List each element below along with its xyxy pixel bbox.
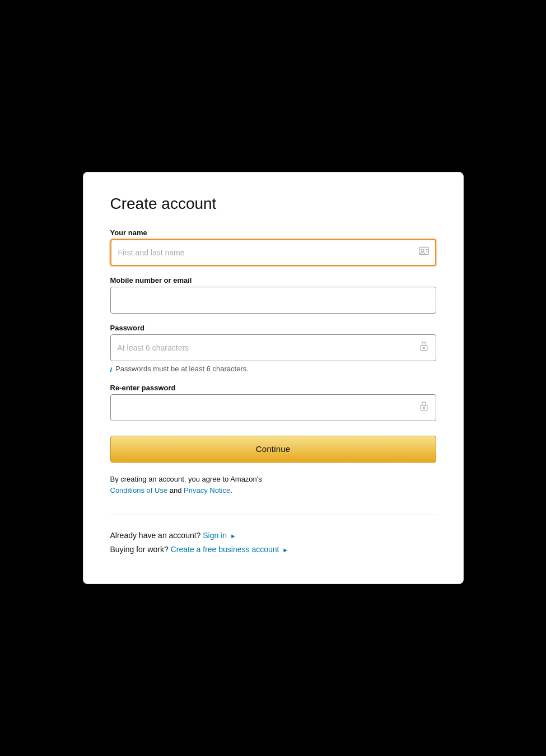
- terms-and: and: [167, 486, 184, 494]
- business-line: Buying for work? Create a free business …: [110, 543, 436, 557]
- password-field-group: Password i Passwords must be at least 6 …: [110, 324, 436, 374]
- reenter-password-field-group: Re-enter password: [110, 384, 436, 421]
- signin-link[interactable]: Sign in ►: [203, 531, 236, 540]
- terms-text: By creating an account, you agree to Ama…: [110, 474, 436, 497]
- section-divider: [110, 515, 436, 515]
- signin-prefix: Already have an account?: [110, 531, 201, 540]
- password-input-wrapper: [110, 334, 436, 361]
- continue-button[interactable]: Continue: [110, 436, 436, 463]
- reenter-password-label: Re-enter password: [110, 384, 436, 392]
- reenter-password-input[interactable]: [110, 394, 436, 421]
- business-prefix: Buying for work?: [110, 545, 169, 554]
- signin-line: Already have an account? Sign in ►: [110, 529, 436, 543]
- name-field-group: Your name: [110, 228, 436, 266]
- email-input[interactable]: [110, 287, 436, 314]
- terms-prefix: By creating an account, you agree to Ama…: [110, 475, 262, 483]
- info-icon: i: [110, 365, 113, 374]
- footer-links: Already have an account? Sign in ► Buyin…: [110, 529, 436, 557]
- terms-suffix: .: [230, 486, 232, 494]
- password-label: Password: [110, 324, 436, 332]
- privacy-notice-link[interactable]: Privacy Notice: [184, 486, 230, 494]
- create-account-card: Create account Your name Mobile number o…: [83, 172, 464, 585]
- email-input-wrapper: [110, 287, 436, 314]
- page-title: Create account: [110, 195, 436, 213]
- business-arrow: ►: [282, 547, 288, 553]
- reenter-input-wrapper: [110, 394, 436, 421]
- password-hint-text: Passwords must be at least 6 characters.: [115, 365, 249, 373]
- name-label: Your name: [110, 228, 436, 237]
- password-hint: i Passwords must be at least 6 character…: [110, 365, 436, 374]
- name-input-wrapper: [110, 239, 436, 266]
- name-input[interactable]: [110, 239, 436, 266]
- conditions-of-use-link[interactable]: Conditions of Use: [110, 486, 168, 494]
- password-input[interactable]: [110, 334, 436, 361]
- email-field-group: Mobile number or email: [110, 276, 436, 314]
- signin-arrow: ►: [230, 533, 236, 539]
- business-account-link[interactable]: Create a free business account ►: [171, 545, 289, 554]
- email-label: Mobile number or email: [110, 276, 436, 284]
